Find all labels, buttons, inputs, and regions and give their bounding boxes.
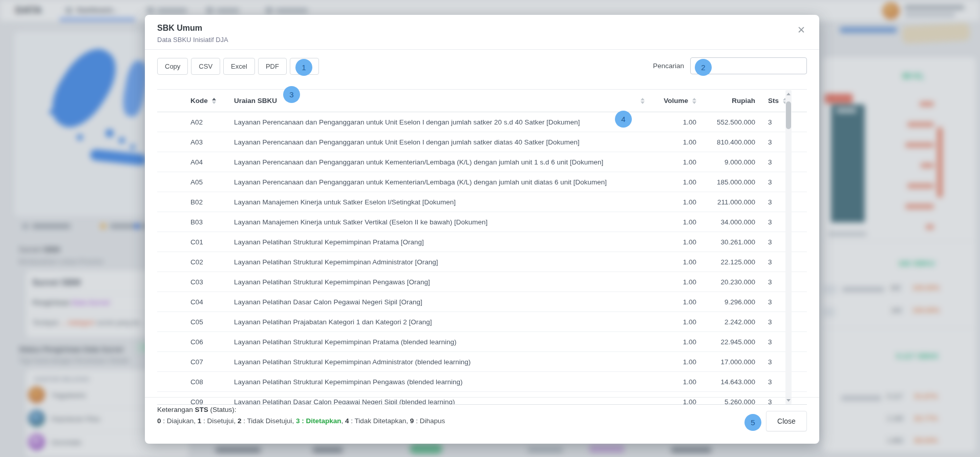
cell-rupiah: 30.261.000 <box>698 238 760 246</box>
annotation-marker-3: 3 <box>283 86 300 103</box>
status-legend-title: Keterangan STS (Status): <box>157 406 807 413</box>
table-row: C05 Layanan Pelatihan Prajabatan Kategor… <box>157 312 807 332</box>
column-header-kode[interactable]: Kode <box>157 97 234 105</box>
cell-kode: A05 <box>157 178 234 186</box>
legend-item: 4 : Tidak Ditetapkan <box>345 417 406 425</box>
cell-uraian: Layanan Pelatihan Struktural Kepemimpina… <box>234 238 649 246</box>
table-row: C06 Layanan Pelatihan Struktural Kepemim… <box>157 332 807 352</box>
cell-rupiah: 552.500.000 <box>698 118 760 126</box>
legend-item: 1 : Disetujui <box>198 417 234 425</box>
annotation-marker-1: 1 <box>295 59 312 76</box>
cell-volume: 1.00 <box>649 318 698 326</box>
cell-volume: 1.00 <box>649 358 698 366</box>
cell-rupiah: 17.000.000 <box>698 358 760 366</box>
cell-volume: 1.00 <box>649 238 698 246</box>
data-table: Kode Uraian SBKU Volume Rupiah Sts A02 L… <box>157 89 807 405</box>
search-area: Pencarian <box>653 57 807 74</box>
cell-kode: C03 <box>157 278 234 286</box>
cell-uraian: Layanan Pelatihan Prajabatan Kategori 1 … <box>234 318 649 326</box>
column-header-volume[interactable]: Volume <box>649 97 698 105</box>
cell-kode: A02 <box>157 118 234 126</box>
table-row: C01 Layanan Pelatihan Struktural Kepemim… <box>157 232 807 252</box>
cell-volume: 1.00 <box>649 298 698 306</box>
table-row: A02 Layanan Perencanaan dan Penganggaran… <box>157 112 807 132</box>
sort-icon <box>212 98 216 104</box>
cell-volume: 1.00 <box>649 258 698 266</box>
modal-title: SBK Umum <box>157 24 807 33</box>
excel-button[interactable]: Excel <box>223 58 255 75</box>
table-row: A05 Layanan Perencanaan dan Penganggaran… <box>157 172 807 192</box>
close-button[interactable]: Close <box>766 411 807 431</box>
table-row: A03 Layanan Perencanaan dan Penganggaran… <box>157 132 807 152</box>
cell-kode: B03 <box>157 218 234 226</box>
cell-kode: C04 <box>157 298 234 306</box>
cell-volume: 1.00 <box>649 178 698 186</box>
cell-uraian: Layanan Perencanaan dan Penganggaran unt… <box>234 138 649 146</box>
close-icon[interactable]: ✕ <box>795 23 808 36</box>
scroll-up-arrow[interactable] <box>786 93 791 95</box>
search-label: Pencarian <box>653 62 684 70</box>
cell-kode: C08 <box>157 378 234 386</box>
table-row: C07 Layanan Pelatihan Struktural Kepemim… <box>157 352 807 372</box>
status-legend-items: 0 : Diajukan, 1 : Disetujui, 2 : Tidak D… <box>157 417 807 425</box>
modal-subtitle: Data SBKU Inisiatif DJA <box>157 36 807 44</box>
cell-rupiah: 2.242.000 <box>698 318 760 326</box>
cell-uraian: Layanan Manajemen Kinerja untuk Satker V… <box>234 218 649 226</box>
cell-kode: C01 <box>157 238 234 246</box>
cell-volume: 1.00 <box>649 278 698 286</box>
cell-uraian: Layanan Pelatihan Struktural Kepemimpina… <box>234 278 649 286</box>
cell-uraian: Layanan Pelatihan Struktural Kepemimpina… <box>234 258 649 266</box>
annotation-marker-4: 4 <box>615 111 632 128</box>
cell-rupiah: 20.230.000 <box>698 278 760 286</box>
cell-rupiah: 810.400.000 <box>698 138 760 146</box>
cell-kode: C05 <box>157 318 234 326</box>
sort-icon <box>692 98 696 104</box>
table-scrollbar[interactable] <box>785 90 792 404</box>
cell-kode: A03 <box>157 138 234 146</box>
cell-uraian: Layanan Pelatihan Struktural Kepemimpina… <box>234 338 649 346</box>
cell-kode: C06 <box>157 338 234 346</box>
csv-button[interactable]: CSV <box>191 58 220 75</box>
pdf-button[interactable]: PDF <box>258 58 287 75</box>
cell-volume: 1.00 <box>649 198 698 206</box>
table-row: C08 Layanan Pelatihan Struktural Kepemim… <box>157 372 807 392</box>
table-row: A04 Layanan Perencanaan dan Penganggaran… <box>157 152 807 172</box>
sort-icon <box>641 98 645 104</box>
cell-kode: C07 <box>157 358 234 366</box>
cell-rupiah: 9.296.000 <box>698 298 760 306</box>
cell-kode: B02 <box>157 198 234 206</box>
cell-uraian: Layanan Perencanaan dan Penganggaran unt… <box>234 178 649 186</box>
cell-rupiah: 34.000.000 <box>698 218 760 226</box>
legend-item: 3 : Ditetapkan <box>296 417 342 425</box>
cell-uraian: Layanan Pelatihan Dasar Calon Pegawai Ne… <box>234 298 649 306</box>
cell-volume: 1.00 <box>649 378 698 386</box>
cell-rupiah: 22.945.000 <box>698 338 760 346</box>
table-row: B03 Layanan Manajemen Kinerja untuk Satk… <box>157 212 807 232</box>
legend-item: 0 : Diajukan <box>157 417 194 425</box>
cell-volume: 1.00 <box>649 218 698 226</box>
table-toolbar: Copy CSV Excel PDF Print Pencarian <box>145 50 819 81</box>
table-row: C04 Layanan Pelatihan Dasar Calon Pegawa… <box>157 292 807 312</box>
annotation-marker-2: 2 <box>695 59 712 76</box>
sbk-umum-modal: SBK Umum Data SBKU Inisiatif DJA ✕ Copy … <box>145 15 819 444</box>
copy-button[interactable]: Copy <box>157 58 188 75</box>
table-body: A02 Layanan Perencanaan dan Penganggaran… <box>157 112 807 405</box>
annotation-marker-5: 5 <box>744 414 761 431</box>
cell-rupiah: 185.000.000 <box>698 178 760 186</box>
cell-volume: 1.00 <box>649 158 698 166</box>
cell-kode: A04 <box>157 158 234 166</box>
cell-rupiah: 14.643.000 <box>698 378 760 386</box>
cell-volume: 1.00 <box>649 338 698 346</box>
cell-rupiah: 9.000.000 <box>698 158 760 166</box>
column-header-rupiah[interactable]: Rupiah <box>698 97 760 105</box>
scrollbar-thumb[interactable] <box>786 101 791 129</box>
cell-volume: 1.00 <box>649 118 698 126</box>
cell-rupiah: 22.125.000 <box>698 258 760 266</box>
legend-item: 9 : Dihapus <box>410 417 445 425</box>
cell-uraian: Layanan Perencanaan dan Penganggaran unt… <box>234 158 649 166</box>
legend-item: 2 : Tidak Disetujui <box>238 417 292 425</box>
cell-rupiah: 211.000.000 <box>698 198 760 206</box>
table-row: C03 Layanan Pelatihan Struktural Kepemim… <box>157 272 807 292</box>
cell-uraian: Layanan Manajemen Kinerja untuk Satker E… <box>234 198 649 206</box>
cell-uraian: Layanan Pelatihan Struktural Kepemimpina… <box>234 358 649 366</box>
